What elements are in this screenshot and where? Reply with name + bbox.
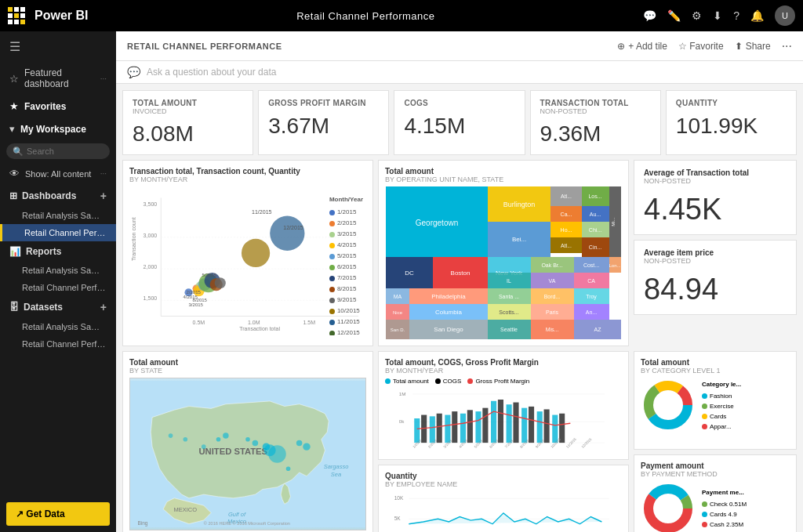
sidebar-item-favorites[interactable]: ★ Favorites	[0, 95, 116, 118]
svg-text:1.5M: 1.5M	[303, 320, 315, 325]
quantity-chart-card: Quantity BY EMPLOYEE NAME 10K 5K 0K	[378, 465, 629, 532]
gear-icon[interactable]: ⚙	[692, 9, 702, 22]
svg-text:Au...: Au...	[590, 212, 601, 217]
svg-text:Atl...: Atl...	[561, 194, 572, 199]
svg-text:2/2015: 2/2015	[427, 438, 438, 449]
download-icon[interactable]: ⬇	[713, 9, 722, 22]
sidebar-item-retail-analysis[interactable]: Retail Analysis Sample	[0, 207, 116, 224]
svg-text:12/2015: 12/2015	[283, 225, 303, 230]
map-visual: UNITED STATES MEXICO Sargasso Sea Gulf o…	[129, 378, 366, 530]
hamburger-icon[interactable]: ☰	[0, 31, 116, 62]
sidebar-reports-header[interactable]: 📊 Reports	[0, 241, 116, 262]
sidebar-item-workspace[interactable]: ▾ My Workspace	[0, 118, 116, 140]
user-avatar[interactable]: U	[775, 5, 795, 26]
svg-text:Philadelphia: Philadelphia	[431, 293, 466, 300]
share-button[interactable]: ⬆ Share	[735, 41, 771, 52]
svg-text:6/2015: 6/2015	[489, 438, 500, 449]
svg-text:Burlington: Burlington	[503, 201, 536, 208]
svg-text:© 2016 HERE © 2016 Microsoft C: © 2016 HERE © 2016 Microsoft Corporation	[204, 521, 290, 526]
svg-text:Bing: Bing	[137, 520, 147, 527]
svg-text:3/2015: 3/2015	[189, 302, 204, 307]
sidebar-dataset-channel[interactable]: Retail Channel Perform...	[0, 335, 116, 353]
svg-text:Ho...: Ho...	[561, 227, 572, 233]
payment-svg	[641, 481, 696, 533]
add-dashboard-btn[interactable]: +	[100, 190, 107, 202]
add-tile-button[interactable]: ⊕ + Add tile	[617, 41, 667, 52]
svg-point-118	[296, 440, 303, 447]
add-dataset-btn[interactable]: +	[100, 301, 107, 313]
topbar: Power BI Retail Channel Performance 💬 ✏️…	[0, 0, 803, 31]
svg-text:2,000: 2,000	[144, 264, 158, 270]
kpi-row: Total amount INVOICED 8.08M Gross Profit…	[122, 90, 797, 155]
sidebar-item-show[interactable]: 👁 Show: All content ···	[0, 162, 116, 185]
svg-text:Bei...: Bei...	[512, 236, 526, 243]
treemap-svg: Georgetown Burlington Atl... Los... Ca..…	[385, 186, 622, 339]
favorite-button[interactable]: ☆ Favorite	[678, 41, 724, 52]
svg-rect-140	[491, 401, 496, 443]
map-svg: UNITED STATES MEXICO Sargasso Sea Gulf o…	[130, 378, 365, 530]
chat-icon[interactable]: 💬	[643, 9, 656, 22]
svg-text:1M: 1M	[399, 391, 406, 396]
sidebar: ☰ ☆ Featured dashboard ··· ★ Favorites ▾…	[0, 31, 116, 532]
svg-text:Boston: Boston	[451, 270, 471, 277]
edit-icon[interactable]: ✏️	[667, 9, 681, 22]
sidebar-dataset-retail[interactable]: Retail Analysis Sample	[0, 318, 116, 335]
svg-point-173	[656, 393, 680, 417]
kpi-transaction-total: Transaction total NON-POSTED 9.36M	[530, 90, 661, 155]
svg-text:Sea: Sea	[331, 471, 341, 478]
treemap-visual: Georgetown Burlington Atl... Los... Ca..…	[385, 186, 622, 339]
svg-rect-139	[482, 408, 488, 443]
svg-rect-138	[475, 411, 481, 443]
svg-text:1/2015: 1/2015	[412, 438, 423, 449]
combo-chart-card: Total amount, COGS, Gross Profit Margin …	[378, 351, 629, 460]
svg-text:Troy: Troy	[586, 294, 597, 300]
svg-rect-146	[537, 411, 543, 443]
kpi-cogs: COGS 4.15M	[394, 90, 525, 155]
svg-text:3,500: 3,500	[144, 201, 158, 207]
svg-point-119	[303, 443, 310, 450]
qa-icon: 💬	[127, 66, 140, 78]
svg-text:Mis...: Mis...	[546, 327, 559, 332]
sidebar-dashboards-header[interactable]: ⊞ Dashboards +	[0, 185, 116, 207]
sidebar-item-retail-channel[interactable]: Retail Channel Perform...	[0, 224, 116, 241]
svg-point-115	[223, 432, 229, 439]
more-options-icon[interactable]: ···	[782, 39, 792, 53]
datasets-icon: 🗄	[9, 302, 19, 313]
bottom-right-charts: Total amount BY CATEGORY LEVEL 1	[634, 351, 797, 532]
svg-text:Cin...: Cin...	[589, 244, 601, 250]
svg-point-112	[263, 443, 270, 450]
dashboard-icon: ⊞	[9, 190, 17, 201]
svg-text:Nice: Nice	[393, 310, 403, 315]
sidebar-item-featured[interactable]: ☆ Featured dashboard ···	[0, 62, 116, 95]
qa-bar[interactable]: 💬 Ask a question about your data	[116, 61, 803, 84]
payment-chart-card: Payment amount BY PAYMENT METHOD	[634, 454, 797, 533]
bubble-chart-card: Transaction total, Transaction count, Qu…	[122, 160, 373, 346]
right-metrics: Average of Transaction total NON-POSTED …	[634, 160, 797, 346]
help-icon[interactable]: ?	[733, 9, 739, 22]
kpi-total-amount: Total amount INVOICED 8.08M	[122, 90, 253, 155]
svg-point-178	[656, 497, 680, 520]
svg-rect-142	[507, 404, 512, 443]
payment-donut-visual: Payment me... Check 0.51M Cards 4.9 Cash…	[641, 481, 790, 533]
svg-text:Bord...: Bord...	[544, 294, 561, 299]
donut-svg	[641, 378, 696, 432]
svg-text:4/2015: 4/2015	[458, 438, 469, 449]
get-data-button[interactable]: ↗ Get Data	[6, 502, 110, 526]
svg-text:0.5M: 0.5M	[193, 320, 205, 325]
search-icon: 🔍	[13, 147, 24, 157]
svg-rect-144	[521, 408, 527, 443]
quantity-svg: 10K 5K 0K	[385, 491, 622, 532]
dashboard-canvas: Total amount INVOICED 8.08M Gross Profit…	[116, 84, 803, 532]
middle-charts-row: Transaction total, Transaction count, Qu…	[122, 160, 797, 346]
svg-text:MEXICO: MEXICO	[174, 506, 198, 513]
notification-icon[interactable]: 🔔	[750, 9, 764, 22]
svg-text:Seattle: Seattle	[500, 327, 518, 332]
sidebar-datasets-header[interactable]: 🗄 Datasets +	[0, 296, 116, 318]
topbar-actions: 💬 ✏️ ⚙ ⬇ ? 🔔 U	[643, 5, 795, 26]
sidebar-report-retail[interactable]: Retail Analysis Sample	[0, 262, 116, 279]
sidebar-report-channel[interactable]: Retail Channel Perform...	[0, 279, 116, 296]
search-box: 🔍	[6, 143, 110, 159]
svg-text:Chi...: Chi...	[589, 227, 601, 233]
legend-cogs: COGS	[435, 378, 462, 385]
treemap-card: Total amount BY OPERATING UNIT NAME, STA…	[378, 160, 629, 346]
